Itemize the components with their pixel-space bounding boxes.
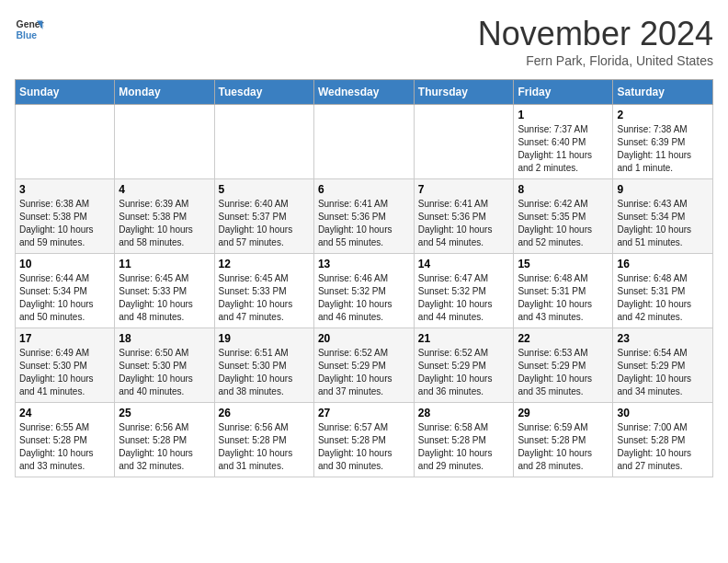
day-info: Sunrise: 6:39 AM Sunset: 5:38 PM Dayligh… [119, 198, 210, 249]
calendar-body: 1Sunrise: 7:37 AM Sunset: 6:40 PM Daylig… [16, 105, 713, 477]
calendar-cell [16, 105, 115, 179]
weekday-header: Wednesday [313, 80, 414, 105]
day-number: 22 [518, 332, 609, 345]
day-info: Sunrise: 6:48 AM Sunset: 5:31 PM Dayligh… [518, 272, 609, 324]
calendar-cell: 8Sunrise: 6:42 AM Sunset: 5:35 PM Daylig… [514, 179, 613, 254]
day-info: Sunrise: 6:59 AM Sunset: 5:28 PM Dayligh… [518, 421, 609, 473]
calendar-cell [313, 105, 414, 179]
day-number: 3 [19, 183, 110, 196]
calendar-cell: 29Sunrise: 6:59 AM Sunset: 5:28 PM Dayli… [514, 403, 613, 477]
calendar-cell [214, 105, 313, 179]
day-number: 18 [119, 332, 210, 345]
day-number: 26 [219, 407, 310, 419]
day-info: Sunrise: 6:48 AM Sunset: 5:31 PM Dayligh… [617, 272, 709, 324]
calendar-cell: 6Sunrise: 6:41 AM Sunset: 5:36 PM Daylig… [313, 179, 414, 254]
day-number: 25 [119, 407, 210, 419]
page-header: General Blue November 2024 Fern Park, Fl… [15, 15, 713, 68]
calendar-cell: 3Sunrise: 6:38 AM Sunset: 5:38 PM Daylig… [16, 179, 115, 254]
calendar-week-row: 1Sunrise: 7:37 AM Sunset: 6:40 PM Daylig… [16, 105, 713, 179]
calendar-cell: 27Sunrise: 6:57 AM Sunset: 5:28 PM Dayli… [313, 403, 414, 477]
day-info: Sunrise: 6:58 AM Sunset: 5:28 PM Dayligh… [418, 421, 510, 473]
calendar-cell: 13Sunrise: 6:46 AM Sunset: 5:32 PM Dayli… [313, 254, 414, 328]
calendar-week-row: 17Sunrise: 6:49 AM Sunset: 5:30 PM Dayli… [16, 328, 713, 403]
weekday-header: Saturday [613, 80, 713, 105]
day-number: 12 [219, 258, 310, 270]
day-number: 27 [318, 407, 410, 419]
calendar-cell: 22Sunrise: 6:53 AM Sunset: 5:29 PM Dayli… [514, 328, 613, 403]
calendar-cell: 17Sunrise: 6:49 AM Sunset: 5:30 PM Dayli… [16, 328, 115, 403]
day-number: 6 [318, 183, 410, 196]
calendar-cell: 23Sunrise: 6:54 AM Sunset: 5:29 PM Dayli… [613, 328, 713, 403]
title-block: November 2024 Fern Park, Florida, United… [478, 15, 713, 68]
calendar-cell [414, 105, 514, 179]
day-info: Sunrise: 6:50 AM Sunset: 5:30 PM Dayligh… [119, 347, 210, 398]
calendar-cell: 21Sunrise: 6:52 AM Sunset: 5:29 PM Dayli… [414, 328, 514, 403]
day-number: 8 [518, 183, 609, 196]
day-info: Sunrise: 6:52 AM Sunset: 5:29 PM Dayligh… [418, 347, 510, 398]
day-info: Sunrise: 6:44 AM Sunset: 5:34 PM Dayligh… [19, 272, 110, 324]
day-number: 29 [518, 407, 609, 419]
calendar-cell: 28Sunrise: 6:58 AM Sunset: 5:28 PM Dayli… [414, 403, 514, 477]
calendar-cell: 26Sunrise: 6:56 AM Sunset: 5:28 PM Dayli… [214, 403, 313, 477]
day-number: 2 [617, 109, 709, 121]
calendar-cell: 15Sunrise: 6:48 AM Sunset: 5:31 PM Dayli… [514, 254, 613, 328]
day-info: Sunrise: 7:00 AM Sunset: 5:28 PM Dayligh… [617, 421, 709, 473]
location: Fern Park, Florida, United States [478, 53, 713, 68]
day-number: 5 [219, 183, 310, 196]
calendar-cell: 14Sunrise: 6:47 AM Sunset: 5:32 PM Dayli… [414, 254, 514, 328]
day-info: Sunrise: 7:37 AM Sunset: 6:40 PM Dayligh… [518, 123, 609, 175]
calendar-week-row: 24Sunrise: 6:55 AM Sunset: 5:28 PM Dayli… [16, 403, 713, 477]
calendar-header: SundayMondayTuesdayWednesdayThursdayFrid… [16, 80, 713, 105]
day-info: Sunrise: 6:41 AM Sunset: 5:36 PM Dayligh… [318, 198, 410, 249]
calendar-cell: 19Sunrise: 6:51 AM Sunset: 5:30 PM Dayli… [214, 328, 313, 403]
day-number: 4 [119, 183, 210, 196]
month-title: November 2024 [478, 15, 713, 53]
day-info: Sunrise: 6:56 AM Sunset: 5:28 PM Dayligh… [119, 421, 210, 473]
day-number: 19 [219, 332, 310, 345]
day-number: 16 [617, 258, 709, 270]
day-number: 21 [418, 332, 510, 345]
calendar-cell: 16Sunrise: 6:48 AM Sunset: 5:31 PM Dayli… [613, 254, 713, 328]
day-number: 15 [518, 258, 609, 270]
day-number: 10 [19, 258, 110, 270]
calendar-cell: 2Sunrise: 7:38 AM Sunset: 6:39 PM Daylig… [613, 105, 713, 179]
weekday-row: SundayMondayTuesdayWednesdayThursdayFrid… [16, 80, 713, 105]
day-info: Sunrise: 6:56 AM Sunset: 5:28 PM Dayligh… [219, 421, 310, 473]
calendar-cell: 5Sunrise: 6:40 AM Sunset: 5:37 PM Daylig… [214, 179, 313, 254]
day-info: Sunrise: 6:51 AM Sunset: 5:30 PM Dayligh… [219, 347, 310, 398]
logo: General Blue [15, 15, 44, 44]
calendar-week-row: 3Sunrise: 6:38 AM Sunset: 5:38 PM Daylig… [16, 179, 713, 254]
day-number: 24 [19, 407, 110, 419]
calendar-cell [115, 105, 214, 179]
day-info: Sunrise: 6:55 AM Sunset: 5:28 PM Dayligh… [19, 421, 110, 473]
weekday-header: Thursday [414, 80, 514, 105]
weekday-header: Monday [115, 80, 214, 105]
day-info: Sunrise: 7:38 AM Sunset: 6:39 PM Dayligh… [617, 123, 709, 175]
day-number: 13 [318, 258, 410, 270]
day-number: 11 [119, 258, 210, 270]
calendar-cell: 4Sunrise: 6:39 AM Sunset: 5:38 PM Daylig… [115, 179, 214, 254]
day-info: Sunrise: 6:52 AM Sunset: 5:29 PM Dayligh… [318, 347, 410, 398]
calendar-cell: 11Sunrise: 6:45 AM Sunset: 5:33 PM Dayli… [115, 254, 214, 328]
day-info: Sunrise: 6:43 AM Sunset: 5:34 PM Dayligh… [617, 198, 709, 249]
day-info: Sunrise: 6:47 AM Sunset: 5:32 PM Dayligh… [418, 272, 510, 324]
day-number: 23 [617, 332, 709, 345]
svg-text:Blue: Blue [17, 30, 38, 40]
weekday-header: Sunday [16, 80, 115, 105]
day-info: Sunrise: 6:38 AM Sunset: 5:38 PM Dayligh… [19, 198, 110, 249]
day-info: Sunrise: 6:45 AM Sunset: 5:33 PM Dayligh… [119, 272, 210, 324]
day-info: Sunrise: 6:41 AM Sunset: 5:36 PM Dayligh… [418, 198, 510, 249]
calendar: SundayMondayTuesdayWednesdayThursdayFrid… [15, 79, 713, 477]
day-number: 1 [518, 109, 609, 121]
day-info: Sunrise: 6:53 AM Sunset: 5:29 PM Dayligh… [518, 347, 609, 398]
calendar-cell: 24Sunrise: 6:55 AM Sunset: 5:28 PM Dayli… [16, 403, 115, 477]
day-info: Sunrise: 6:45 AM Sunset: 5:33 PM Dayligh… [219, 272, 310, 324]
day-number: 17 [19, 332, 110, 345]
day-number: 28 [418, 407, 510, 419]
weekday-header: Tuesday [214, 80, 313, 105]
day-info: Sunrise: 6:42 AM Sunset: 5:35 PM Dayligh… [518, 198, 609, 249]
day-number: 20 [318, 332, 410, 345]
calendar-week-row: 10Sunrise: 6:44 AM Sunset: 5:34 PM Dayli… [16, 254, 713, 328]
calendar-cell: 1Sunrise: 7:37 AM Sunset: 6:40 PM Daylig… [514, 105, 613, 179]
calendar-cell: 9Sunrise: 6:43 AM Sunset: 5:34 PM Daylig… [613, 179, 713, 254]
